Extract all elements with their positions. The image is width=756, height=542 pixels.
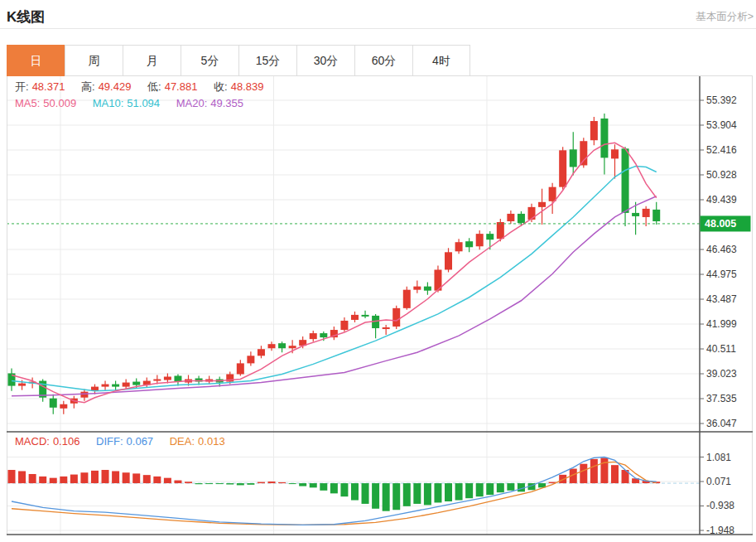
macd-bar bbox=[18, 471, 26, 483]
candle bbox=[497, 222, 504, 239]
tab-30min[interactable]: 30分 bbox=[296, 45, 354, 76]
candle bbox=[320, 333, 327, 337]
candle bbox=[102, 385, 109, 387]
macd-bar bbox=[445, 483, 452, 501]
macd-bar bbox=[403, 483, 411, 506]
diff-value: 0.067 bbox=[127, 435, 154, 448]
ma5-label: MA5: bbox=[15, 97, 40, 109]
candle bbox=[383, 327, 390, 329]
macd-bar bbox=[237, 483, 244, 485]
macd-bar bbox=[600, 457, 608, 483]
tab-week[interactable]: 周 bbox=[65, 45, 123, 76]
tab-month[interactable]: 月 bbox=[123, 45, 181, 76]
open-label: 开: bbox=[15, 80, 29, 93]
macd-bar bbox=[465, 483, 473, 498]
candle bbox=[392, 308, 400, 327]
tab-4hour[interactable]: 4时 bbox=[412, 45, 470, 76]
macd-bar bbox=[174, 481, 181, 484]
macd-bar bbox=[299, 483, 306, 486]
macd-bar bbox=[372, 483, 379, 509]
axis-tick-label: 36.047 bbox=[706, 418, 737, 429]
candle bbox=[445, 252, 452, 269]
tab-5min[interactable]: 5分 bbox=[181, 45, 238, 76]
macd-bar bbox=[185, 482, 192, 483]
axis-tick-label: 50.928 bbox=[706, 169, 737, 181]
macd-bar bbox=[559, 475, 566, 483]
dea-label: DEA: bbox=[170, 435, 195, 448]
macd-bar bbox=[611, 465, 619, 483]
candle bbox=[18, 384, 26, 386]
axis-tick-label: -0.938 bbox=[706, 500, 734, 511]
macd-bar bbox=[455, 483, 463, 500]
ma-readout: MA5:50.009 MA10:51.094 MA20:49.355 bbox=[15, 97, 247, 109]
macd-bar bbox=[486, 483, 494, 495]
macd-bar bbox=[195, 483, 203, 484]
open-value: 48.371 bbox=[32, 80, 65, 93]
macd-bar bbox=[247, 483, 254, 485]
candle bbox=[570, 149, 577, 167]
axis-tick-label: 0.071 bbox=[706, 476, 731, 487]
candle bbox=[632, 213, 639, 216]
ohlc-readout: 开:48.371 高:49.429 低:47.881 收:48.839 bbox=[15, 80, 267, 94]
candle bbox=[528, 207, 536, 220]
macd-bar bbox=[132, 473, 140, 483]
close-value: 48.839 bbox=[231, 80, 264, 93]
ma5-value: 50.009 bbox=[43, 97, 76, 109]
macd-bar bbox=[310, 483, 317, 487]
close-label: 收: bbox=[214, 80, 228, 93]
candle bbox=[549, 187, 556, 201]
macd-bar bbox=[340, 483, 348, 496]
page-title: K线图 bbox=[7, 7, 45, 27]
tab-15min[interactable]: 15分 bbox=[238, 45, 296, 76]
macd-bar bbox=[434, 483, 441, 502]
macd-bar bbox=[497, 483, 504, 492]
macd-bar bbox=[351, 483, 359, 500]
macd-bar bbox=[476, 483, 484, 496]
candle bbox=[611, 149, 619, 158]
candle bbox=[362, 315, 369, 317]
candle bbox=[538, 202, 546, 207]
ma10-label: MA10: bbox=[93, 97, 124, 109]
macd-bar bbox=[205, 483, 213, 484]
candle bbox=[289, 346, 296, 348]
kline-widget: K线图 基本面分析> 日 周 月 5分 15分 30分 60分 4时 开:48.… bbox=[0, 0, 756, 542]
axis-labels: 55.39253.90452.41650.92849.43946.46344.9… bbox=[700, 94, 737, 536]
axis-tick-label: 49.439 bbox=[706, 194, 737, 206]
candle bbox=[476, 234, 484, 246]
macd-bar bbox=[29, 474, 36, 483]
macd-bar bbox=[50, 478, 57, 483]
candle bbox=[153, 380, 161, 381]
macd-bar bbox=[362, 483, 369, 504]
candle bbox=[413, 287, 421, 290]
ma20-line bbox=[12, 196, 657, 396]
macd-bar bbox=[91, 471, 99, 483]
fundamental-analysis-link[interactable]: 基本面分析> bbox=[696, 10, 754, 24]
current-price-tag: 48.005 bbox=[701, 215, 751, 231]
candle bbox=[174, 375, 181, 381]
macd-bar bbox=[39, 477, 46, 483]
axis-tick-label: 44.975 bbox=[706, 269, 737, 280]
macd-label: MACD: bbox=[15, 435, 50, 448]
high-label: 高: bbox=[81, 80, 95, 93]
candle bbox=[590, 121, 598, 140]
kline-chart-canvas[interactable]: 55.39253.90452.41650.92849.43946.46344.9… bbox=[0, 76, 756, 542]
macd-bar bbox=[164, 478, 171, 483]
tab-day[interactable]: 日 bbox=[7, 45, 65, 76]
axis-tick-label: 37.535 bbox=[706, 393, 737, 404]
tab-60min[interactable]: 60分 bbox=[354, 45, 412, 76]
candle bbox=[258, 349, 265, 356]
candle bbox=[340, 321, 348, 330]
ma20-value: 49.355 bbox=[210, 97, 243, 109]
macd-bar bbox=[258, 482, 265, 483]
axis-tick-label: 43.487 bbox=[706, 293, 737, 305]
candle bbox=[60, 404, 67, 409]
candle bbox=[351, 315, 359, 320]
ma10-value: 51.094 bbox=[127, 97, 160, 109]
macd-bar bbox=[143, 475, 151, 483]
header-divider bbox=[0, 28, 756, 29]
candle bbox=[559, 150, 566, 186]
diff-label: DIFF: bbox=[96, 435, 123, 448]
chart-frame bbox=[7, 76, 753, 535]
dea-value: 0.013 bbox=[198, 435, 225, 448]
candle bbox=[278, 343, 286, 348]
